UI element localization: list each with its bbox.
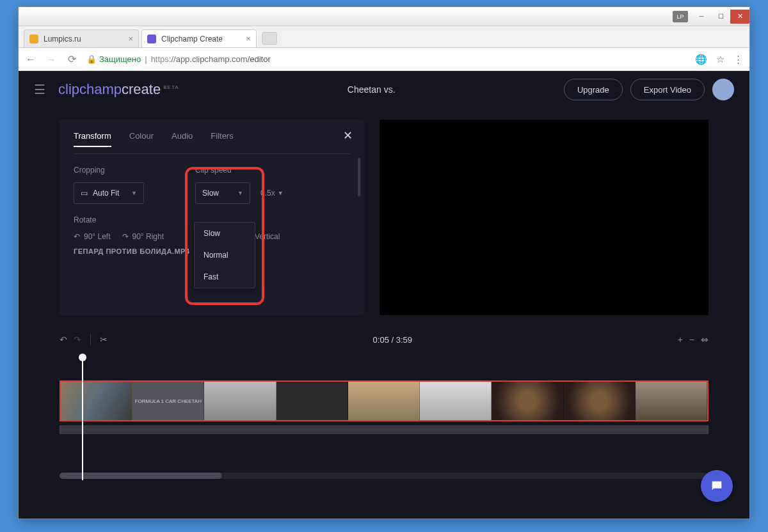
clip-speed-dropdown: Slow Normal Fast [194,222,255,288]
clip-thumbnail [636,382,707,420]
window-titlebar: LP [19,7,749,26]
chevron-down-icon: ▼ [237,190,243,196]
address-bar: ← → ⟳ 🔒 Защищено | https://app.clipchamp… [19,48,749,71]
browser-tab-lumpics[interactable]: Lumpics.ru × [24,29,139,47]
ruler[interactable] [60,356,708,380]
window-minimize-button[interactable] [692,10,711,24]
translate-icon[interactable]: 🌐 [695,54,707,65]
menu-icon[interactable]: ⋮ [733,54,743,65]
cropping-label: Cropping [74,166,144,175]
rotate-right-button[interactable]: ↷90° Right [122,232,164,241]
tab-label: Lumpics.ru [44,35,81,43]
crop-icon: ▭ [81,189,88,198]
video-preview[interactable] [380,120,708,315]
chat-icon [710,479,724,493]
speed-option-slow[interactable]: Slow [195,223,255,244]
clip-speed-select[interactable]: Slow ▼ [195,182,250,204]
secure-indicator: 🔒 Защищено [86,54,141,64]
profile-badge: LP [673,11,688,22]
speed-option-normal[interactable]: Normal [195,244,255,266]
forward-icon[interactable]: → [45,54,57,65]
app-header: ☰ clipchampcreateBETA Cheetan vs. Upgrad… [19,71,749,108]
reload-icon[interactable]: ⟳ [66,53,77,65]
tab-filters[interactable]: Filters [211,131,233,147]
rotate-left-button[interactable]: ↶90° Left [74,232,111,241]
browser-window: LP Lumpics.ru × Clipchamp Create × ← → ⟳… [18,6,750,519]
favicon-icon [29,35,38,43]
user-avatar[interactable] [712,79,734,100]
playhead-line [82,359,83,480]
secure-label: Защищено [99,54,141,64]
speed-option-fast[interactable]: Fast [195,266,255,288]
clip-thumbnail [492,382,563,420]
clip-thumbnail: FORMULA 1 CAR CHEETAH [132,382,204,420]
menu-icon[interactable]: ☰ [34,82,45,97]
window-close-button[interactable] [730,10,749,24]
panel-tabs: Transform Colour Audio Filters [74,131,350,147]
clip-thumbnail [420,382,492,420]
clip-thumbnail [348,382,420,420]
clip-speed-value: Slow [202,189,219,198]
workspace: ✕ Transform Colour Audio Filters Croppin… [19,108,749,315]
clip-thumbnail [204,382,276,420]
back-icon[interactable]: ← [25,54,36,65]
clipchamp-app: ☰ clipchampcreateBETA Cheetan vs. Upgrad… [19,71,749,519]
undo-icon[interactable]: ↶ [60,334,67,345]
rotate-left-icon: ↶ [74,232,80,241]
tab-audio[interactable]: Audio [172,131,193,147]
bookmark-icon[interactable]: ☆ [716,54,724,65]
clip-properties-panel: ✕ Transform Colour Audio Filters Croppin… [60,120,364,315]
close-tab-icon[interactable]: × [246,34,251,43]
close-icon[interactable]: ✕ [343,129,353,143]
timeline[interactable]: FORMULA 1 CAR CHEETAH [60,356,708,479]
timeline-scrollbar[interactable] [60,473,708,479]
zoom-fit-icon[interactable]: ⇔ [701,334,708,345]
project-title[interactable]: Cheetan vs. [179,84,564,95]
clip-thumbnail [61,382,132,420]
clip-thumbnail [276,382,348,420]
speed-multiplier[interactable]: 0.5x▼ [260,189,284,198]
brand-logo: clipchampcreateBETA [58,81,179,98]
split-icon[interactable]: ✂ [100,334,108,345]
video-track-clip[interactable]: FORMULA 1 CAR CHEETAH [60,380,708,421]
clip-speed-label: Clip speed [195,166,284,175]
timeline-toolbar: ↶ ↷ ✂ 0:05 / 3:59 + − ⇔ [19,328,749,351]
timecode: 0:05 / 3:59 [114,335,671,345]
window-maximize-button[interactable] [711,10,730,24]
browser-tab-clipchamp[interactable]: Clipchamp Create × [141,29,257,47]
tab-transform[interactable]: Transform [74,131,111,147]
support-chat-button[interactable] [701,470,733,502]
cropping-select[interactable]: ▭ Auto Fit ▼ [74,182,144,204]
zoom-in-icon[interactable]: + [678,334,683,345]
new-tab-button[interactable] [262,32,277,45]
url-field[interactable]: 🔒 Защищено | https://app.clipchamp.com/e… [86,54,686,64]
tab-label: Clipchamp Create [161,35,223,43]
close-tab-icon[interactable]: × [128,34,133,43]
export-video-button[interactable]: Export Video [630,79,705,100]
upgrade-button[interactable]: Upgrade [564,79,623,100]
panel-scrollbar[interactable] [358,158,360,196]
favicon-icon [147,35,156,43]
cropping-value: Auto Fit [93,189,119,198]
rotate-right-icon: ↷ [122,232,129,241]
audio-track[interactable] [60,425,708,434]
zoom-out-icon[interactable]: − [689,334,694,345]
lock-icon: 🔒 [86,54,97,64]
redo-icon[interactable]: ↷ [74,334,81,345]
clip-thumbnail [564,382,636,420]
scrollbar-thumb[interactable] [60,473,222,479]
chevron-down-icon: ▼ [131,190,137,196]
tab-strip: Lumpics.ru × Clipchamp Create × [19,26,749,48]
tab-colour[interactable]: Colour [129,131,154,147]
